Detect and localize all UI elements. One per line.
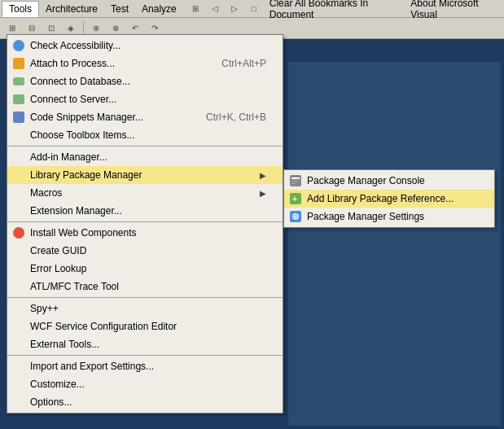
menu-item-choose-toolbox[interactable]: Choose Toolbox Items... (7, 126, 283, 144)
menu-bar: Tools Architecture Test Analyze ⊞ ◁ ▷ □ … (0, 0, 504, 18)
menu-item-error-lookup[interactable]: Error Lookup (7, 260, 283, 278)
menu-item-install-web[interactable]: Install Web Components (7, 224, 283, 242)
code-snippets-shortcut: Ctrl+K, Ctrl+B (206, 112, 266, 123)
options-label: Options... (30, 396, 266, 408)
extension-manager-label: Extension Manager... (30, 205, 266, 217)
submenu-item-pkg-settings[interactable]: Package Manager Settings (284, 208, 494, 225)
toolbar-sep-1 (83, 21, 84, 36)
svg-rect-3 (291, 183, 296, 184)
menu-item-spy[interactable]: Spy++ (7, 300, 283, 317)
add-pkg-ref-label: Add Library Package Reference... (307, 193, 454, 204)
snippets-icon (12, 111, 25, 124)
toolbar-icon-3[interactable]: ▷ (226, 0, 243, 18)
spy-label: Spy++ (30, 303, 266, 314)
menu-item-atl-trace[interactable]: ATL/MFC Trace Tool (7, 278, 283, 295)
check-accessibility-label: Check Accessibility... (30, 40, 266, 51)
import-export-label: Import and Export Settings... (30, 361, 266, 372)
menu-item-macros[interactable]: Macros ▶ (7, 184, 283, 202)
menu-test[interactable]: Test (104, 2, 135, 16)
menu-item-options[interactable]: Options... (7, 393, 283, 411)
menu-sep-2 (7, 297, 283, 298)
toolbar-icon-2[interactable]: ◁ (206, 0, 224, 18)
error-lookup-label: Error Lookup (30, 263, 266, 274)
menu-item-check-accessibility[interactable]: Check Accessibility... (7, 37, 283, 55)
svg-point-8 (295, 216, 297, 218)
submenu-item-pkg-console[interactable]: Package Manager Console (284, 172, 494, 190)
menu-item-wcf-config[interactable]: WCF Service Configuration Editor (7, 317, 283, 335)
menu-sep-1 (7, 221, 283, 222)
menu-item-code-snippets[interactable]: Code Snippets Manager... Ctrl+K, Ctrl+B (7, 108, 283, 126)
menu-architecture[interactable]: Architecture (39, 2, 104, 16)
database-icon (12, 75, 25, 88)
menu-item-attach-process[interactable]: Attach to Process... Ctrl+Alt+P (7, 55, 283, 72)
vs-background (285, 59, 504, 429)
connect-database-label: Connect to Database... (30, 76, 266, 87)
install-icon (12, 226, 25, 239)
tools-dropdown-menu: Check Accessibility... Attach to Process… (7, 34, 283, 414)
attach-icon (12, 57, 25, 70)
menu-item-import-export[interactable]: Import and Export Settings... (7, 357, 283, 375)
menu-item-customize[interactable]: Customize... (7, 375, 283, 393)
library-pkg-manager-arrow: ▶ (260, 171, 266, 180)
choose-toolbox-label: Choose Toolbox Items... (30, 129, 266, 141)
external-tools-label: External Tools... (30, 339, 266, 350)
toolbar-icon-1[interactable]: ⊞ (186, 0, 204, 18)
menu-item-connect-database[interactable]: Connect to Database... (7, 72, 283, 90)
customize-label: Customize... (30, 379, 266, 390)
macros-arrow: ▶ (260, 189, 266, 198)
svg-rect-1 (291, 177, 300, 179)
menu-analyze[interactable]: Analyze (135, 2, 183, 16)
toolbar-icon-4[interactable]: □ (245, 0, 263, 18)
library-pkg-manager-label: Library Package Manager (30, 169, 260, 181)
create-guid-label: Create GUID (30, 245, 266, 256)
svg-text:+: + (292, 195, 297, 204)
pkg-settings-icon (289, 210, 302, 223)
connect-server-label: Connect to Server... (30, 94, 266, 105)
install-web-label: Install Web Components (30, 227, 266, 239)
about-text: About Microsoft Visual (404, 0, 502, 22)
menu-item-external-tools[interactable]: External Tools... (7, 335, 283, 353)
server-icon (12, 93, 25, 106)
library-pkg-manager-submenu: Package Manager Console + Add Library Pa… (283, 169, 495, 228)
menu-tools[interactable]: Tools (2, 1, 39, 17)
menu-sep-0 (7, 146, 283, 147)
menu-item-library-pkg-manager[interactable]: Library Package Manager ▶ (7, 166, 283, 184)
atl-trace-label: ATL/MFC Trace Tool (30, 281, 266, 292)
pkg-console-icon (289, 174, 302, 187)
code-snippets-label: Code Snippets Manager... (30, 112, 190, 123)
macros-label: Macros (30, 187, 260, 199)
submenu-item-add-pkg-ref[interactable]: + Add Library Package Reference... (284, 190, 494, 208)
accessibility-icon (12, 39, 25, 52)
menu-item-extension-manager[interactable]: Extension Manager... (7, 202, 283, 220)
addin-manager-label: Add-in Manager... (30, 151, 266, 163)
clear-bookmarks-text: Clear All Bookmarks In Document (263, 0, 405, 22)
svg-rect-2 (291, 181, 297, 182)
menu-item-addin-manager[interactable]: Add-in Manager... (7, 148, 283, 166)
wcf-config-label: WCF Service Configuration Editor (30, 321, 266, 332)
menu-item-create-guid[interactable]: Create GUID (7, 242, 283, 260)
menu-item-connect-server[interactable]: Connect to Server... (7, 90, 283, 108)
attach-process-label: Attach to Process... (30, 58, 205, 69)
pkg-console-label: Package Manager Console (307, 175, 425, 186)
attach-process-shortcut: Ctrl+Alt+P (221, 58, 266, 69)
pkg-settings-label: Package Manager Settings (307, 211, 424, 222)
pkg-ref-icon: + (289, 192, 302, 205)
menu-sep-3 (7, 355, 283, 356)
